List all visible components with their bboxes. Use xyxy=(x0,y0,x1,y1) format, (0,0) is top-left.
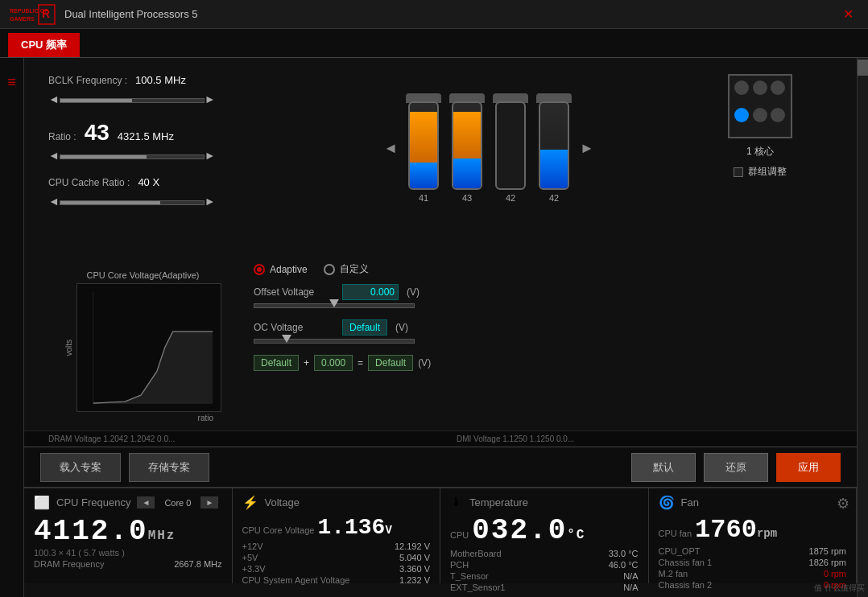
restore-button[interactable]: 还原 xyxy=(704,453,768,482)
fan-icon: 🌀 xyxy=(659,495,675,510)
custom-radio-btn[interactable] xyxy=(324,264,335,275)
scrollbar-thumb[interactable] xyxy=(858,60,868,76)
cylinders-next[interactable]: ► xyxy=(572,140,602,157)
cpu-core-v-value: 1.136V xyxy=(317,515,391,540)
adaptive-radio-btn[interactable] xyxy=(254,264,265,275)
cpu-temp-value: 032.0°C xyxy=(472,514,585,547)
core-selector: 1 核心 群组调整 xyxy=(688,74,833,222)
bclk-value: 100.5 MHz xyxy=(135,74,186,86)
v12-label: +12V xyxy=(242,541,263,551)
svg-text:R: R xyxy=(42,7,50,20)
title-bar: REPUBLIC OF GAMERS R Dual Intelligent Pr… xyxy=(0,0,868,29)
bclk-right-arrow[interactable]: ► xyxy=(205,93,216,105)
custom-radio[interactable]: 自定义 xyxy=(324,262,369,276)
ext-sensor-label: EXT_Sensor1 xyxy=(450,583,505,592)
controls-left: BCLK Frequency : 100.5 MHz ◄ ► xyxy=(48,74,290,222)
radio-row: Adaptive 自定义 xyxy=(254,262,833,276)
ratio-right-arrow[interactable]: ► xyxy=(205,149,216,162)
cylinder-label-1: 43 xyxy=(462,193,472,203)
core-dot-1 xyxy=(753,80,767,95)
cpu-temp-display: CPU 032.0°C xyxy=(450,514,639,547)
group-checkbox[interactable] xyxy=(734,167,743,177)
save-button[interactable]: 存储专案 xyxy=(129,453,209,482)
right-scrollbar[interactable] xyxy=(857,58,868,597)
pch-temp-row: PCH 46.0 °C xyxy=(450,560,639,570)
offset-label: Offset Voltage xyxy=(254,286,334,298)
oc-value: Default xyxy=(342,319,387,336)
offset-row: Offset Voltage (V) xyxy=(254,284,833,300)
mb-temp-value: 33.0 °C xyxy=(609,549,639,558)
tab-cpu-freq[interactable]: CPU 频率 xyxy=(8,33,80,57)
core-dot-4 xyxy=(753,108,767,122)
core-dot-3[interactable] xyxy=(734,108,749,122)
cpu-controls-section: BCLK Frequency : 100.5 MHz ◄ ► xyxy=(24,58,857,238)
cpu-freq-value: 4112.0MHz xyxy=(34,515,222,548)
fan-panel: 🌀 Fan CPU fan 1760rpm CPU_OPT 1875 rpm xyxy=(649,488,858,583)
core-next-btn[interactable]: ► xyxy=(200,496,218,508)
voltage-icon: ⚡ xyxy=(242,495,258,510)
cylinder-body-2 xyxy=(495,101,526,190)
custom-label: 自定义 xyxy=(340,262,369,276)
chassis-fan1-value: 1826 rpm xyxy=(809,558,846,567)
offset-unit: (V) xyxy=(407,286,420,298)
dram-right-text: DMI Voltage 1.1250 1.1250 0.0... xyxy=(457,434,833,443)
bclk-left-arrow[interactable]: ◄ xyxy=(48,93,60,105)
svg-text:GAMERS: GAMERS xyxy=(10,16,35,22)
cylinders-area: ◄ 41 xyxy=(322,74,655,222)
dram-freq-row: DRAM Frequency 2667.8 MHz xyxy=(34,559,222,569)
ratio-left-arrow[interactable]: ◄ xyxy=(48,149,60,162)
settings-icon[interactable]: ⚙ xyxy=(837,495,849,513)
ratio-slider[interactable] xyxy=(60,154,205,159)
load-button[interactable]: 载入专案 xyxy=(40,453,121,482)
ratio-control: Ratio : 43 4321.5 MHz ◄ ► xyxy=(48,120,290,162)
offset-input[interactable] xyxy=(342,284,399,300)
chassis-fan1-label: Chassis fan 1 xyxy=(659,558,713,567)
voltage-chart xyxy=(76,283,221,412)
cpu-temp-label: CPU xyxy=(450,530,469,540)
cylinder-label-3: 42 xyxy=(549,193,559,203)
cpu-fan-value: 1760rpm xyxy=(695,515,777,545)
default-button[interactable]: 默认 xyxy=(631,453,696,482)
voltage-section: CPU Core Voltage(Adaptive) volts xyxy=(24,238,857,430)
offset-slider[interactable] xyxy=(254,303,415,308)
core-prev-btn[interactable]: ◄ xyxy=(137,496,155,508)
cpu-freq-sub: 100.3 × 41 ( 5.7 watts ) xyxy=(34,548,222,558)
cylinder-0: 41 xyxy=(406,93,441,203)
watermark: 值 什么值得买 xyxy=(814,583,865,594)
cpu-fan-label: CPU fan xyxy=(659,529,692,538)
oc-row: OC Voltage Default (V) xyxy=(254,319,833,336)
eq-value: 0.000 xyxy=(314,355,353,371)
m2-fan-value: 0 rpm xyxy=(824,569,846,578)
cache-label: CPU Cache Ratio : xyxy=(48,177,130,188)
dram-left-text: DRAM Voltage 1.2042 1.2042 0.0... xyxy=(48,434,424,443)
chassis-fan2-label: Chassis fan 2 xyxy=(659,580,713,590)
ratio-mhz: 4321.5 MHz xyxy=(118,130,174,142)
cylinder-3: 42 xyxy=(536,93,572,203)
cpu-sa-v-value: 1.232 V xyxy=(399,575,430,585)
cache-left-arrow[interactable]: ◄ xyxy=(48,195,60,208)
pch-temp-value: 46.0 °C xyxy=(609,560,639,570)
bclk-slider[interactable] xyxy=(60,98,205,103)
cache-slider[interactable] xyxy=(60,200,205,205)
cpu-sa-v-row: CPU System Agent Voltage 1.232 V xyxy=(242,575,431,585)
oc-slider[interactable] xyxy=(254,339,415,344)
ext-sensor-row: EXT_Sensor1 N/A xyxy=(450,583,639,592)
menu-icon[interactable]: ≡ xyxy=(7,74,16,91)
eq-result: Default xyxy=(368,355,413,371)
cpu-opt-row: CPU_OPT 1875 rpm xyxy=(659,546,847,556)
voltage-controls: Adaptive 自定义 Offset Voltage (V) xyxy=(254,246,833,422)
apply-button[interactable]: 应用 xyxy=(776,453,841,482)
tsensor-row: T_Sensor N/A xyxy=(450,571,639,581)
tsensor-label: T_Sensor xyxy=(450,571,489,581)
cache-control: CPU Cache Ratio : 40 X ◄ ► xyxy=(48,176,290,208)
cache-right-arrow[interactable]: ► xyxy=(205,195,216,208)
adaptive-label: Adaptive xyxy=(270,264,308,275)
offset-slider-thumb xyxy=(329,299,339,307)
cylinder-body-0 xyxy=(408,101,439,190)
cpu-core-voltage-display: CPU Core Voltage 1.136V xyxy=(242,515,431,540)
v33-label: +3.3V xyxy=(242,564,266,574)
cylinders-prev[interactable]: ◄ xyxy=(375,140,406,157)
adaptive-radio[interactable]: Adaptive xyxy=(254,264,308,275)
app-title: Dual Intelligent Processors 5 xyxy=(64,8,837,20)
close-button[interactable]: ✕ xyxy=(837,6,860,22)
